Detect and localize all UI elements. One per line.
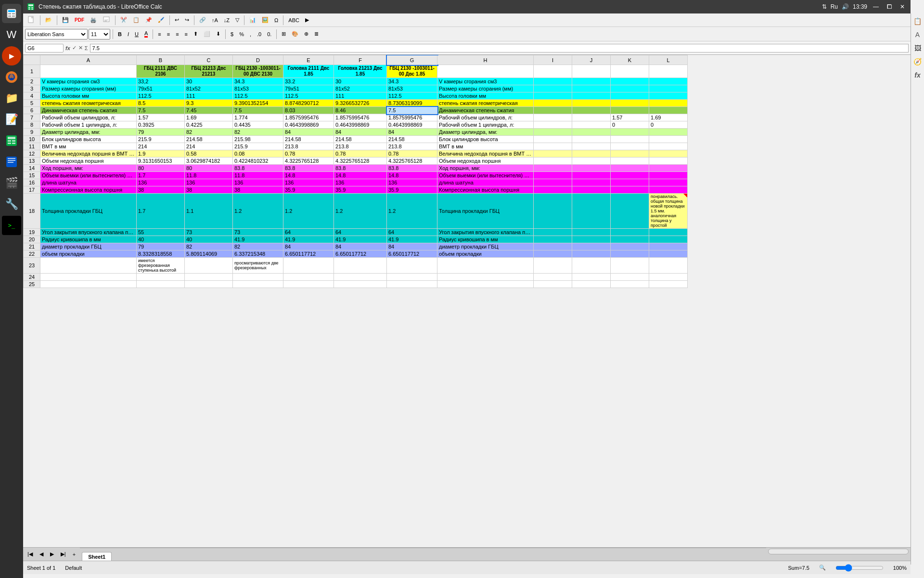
add-sheet-btn[interactable]: + bbox=[70, 550, 78, 559]
col-header-k[interactable]: K bbox=[611, 55, 649, 65]
cell-D15[interactable]: 11.8 bbox=[233, 172, 283, 179]
cell-B3[interactable]: 79x51 bbox=[137, 85, 185, 92]
cell-B17[interactable]: 38 bbox=[137, 186, 185, 194]
cell-K6[interactable] bbox=[611, 107, 649, 114]
cell-A20[interactable]: Радиус кривошипа в мм bbox=[40, 236, 137, 243]
cell-L6[interactable] bbox=[649, 107, 688, 114]
cell-F15[interactable]: 14.8 bbox=[334, 172, 387, 179]
col-header-l[interactable]: L bbox=[649, 55, 688, 65]
cell-I13[interactable] bbox=[534, 158, 572, 165]
cell-C17[interactable]: 38 bbox=[185, 186, 233, 194]
cell-A1[interactable] bbox=[40, 65, 137, 78]
cell-I18[interactable] bbox=[534, 194, 572, 229]
row-header-1[interactable]: 1 bbox=[24, 65, 40, 78]
percent-btn[interactable]: % bbox=[237, 30, 246, 39]
cell-I14[interactable] bbox=[534, 165, 572, 172]
cell-C19[interactable]: 73 bbox=[185, 229, 233, 236]
cell-A4[interactable]: Высота головки мм bbox=[40, 92, 137, 100]
redo-btn[interactable]: ↪ bbox=[182, 15, 192, 25]
cell-J10[interactable] bbox=[572, 136, 611, 143]
cell-J20[interactable] bbox=[572, 236, 611, 243]
col-header-e[interactable]: E bbox=[283, 55, 334, 65]
cell-G2[interactable]: 34.3 bbox=[387, 78, 437, 85]
cell-L22[interactable] bbox=[649, 250, 688, 258]
cell-K24[interactable] bbox=[611, 274, 649, 281]
cell-B2[interactable]: 33,2 bbox=[137, 78, 185, 85]
cell-K15[interactable] bbox=[611, 172, 649, 179]
cell-F3[interactable]: 81x52 bbox=[334, 85, 387, 92]
cell-G4[interactable]: 112.5 bbox=[387, 92, 437, 100]
cell-H22[interactable]: объем прокладки bbox=[437, 250, 534, 258]
cell-G7[interactable]: 1.8575995476 bbox=[387, 114, 437, 121]
cell-I11[interactable] bbox=[534, 143, 572, 150]
row-header-17[interactable]: 17 bbox=[24, 186, 40, 194]
cell-J3[interactable] bbox=[572, 85, 611, 92]
sidebar-calc-icon[interactable] bbox=[2, 4, 21, 23]
cell-J15[interactable] bbox=[572, 172, 611, 179]
cell-F17[interactable]: 35.9 bbox=[334, 186, 387, 194]
cell-J11[interactable] bbox=[572, 143, 611, 150]
cell-D24[interactable] bbox=[233, 274, 283, 281]
bold-btn[interactable]: B bbox=[116, 30, 124, 39]
row-header-21[interactable]: 21 bbox=[24, 243, 40, 250]
cell-K1[interactable] bbox=[611, 65, 649, 78]
restore-btn[interactable]: ⧠ bbox=[885, 3, 894, 10]
valign-center-btn[interactable]: ⬜ bbox=[201, 29, 213, 39]
cell-J16[interactable] bbox=[572, 179, 611, 186]
cell-A3[interactable]: Размер камеры сгорания (мм) bbox=[40, 85, 137, 92]
cell-D9[interactable]: 82 bbox=[233, 129, 283, 136]
macros-btn[interactable]: ▶ bbox=[303, 15, 311, 25]
cell-A8[interactable]: Рабочий объем 1 цилиндра, л: bbox=[40, 121, 137, 129]
row-header-12[interactable]: 12 bbox=[24, 150, 40, 158]
cell-G5[interactable]: 8.7306319099 bbox=[387, 100, 437, 107]
sidebar-firefox-icon[interactable] bbox=[2, 67, 21, 87]
hyperlink-btn[interactable]: 🔗 bbox=[197, 15, 208, 25]
row-header-23[interactable]: 23 bbox=[24, 258, 40, 274]
cell-G6[interactable]: 7.5 bbox=[387, 107, 437, 114]
cell-H13[interactable]: Объем недохода поршня bbox=[437, 158, 534, 165]
cell-H25[interactable] bbox=[437, 281, 534, 288]
cell-L9[interactable] bbox=[649, 129, 688, 136]
cell-G24[interactable] bbox=[387, 274, 437, 281]
format-paint-btn[interactable]: 🖌️ bbox=[155, 15, 167, 25]
save-btn[interactable]: 💾 bbox=[60, 15, 71, 25]
cell-E22[interactable]: 6.650117712 bbox=[283, 250, 334, 258]
cell-D17[interactable]: 38 bbox=[233, 186, 283, 194]
minimize-btn[interactable]: — bbox=[871, 3, 881, 10]
cell-B6[interactable]: 7.5 bbox=[137, 107, 185, 114]
cell-E15[interactable]: 14.8 bbox=[283, 172, 334, 179]
font-color-btn[interactable]: A bbox=[142, 29, 150, 39]
cell-H18[interactable]: Толщина прокладки ГБЦ bbox=[437, 194, 534, 229]
underline-btn[interactable]: U bbox=[132, 30, 141, 39]
paste-btn[interactable]: 📌 bbox=[143, 15, 154, 25]
cell-E5[interactable]: 8.8748290712 bbox=[283, 100, 334, 107]
cell-L12[interactable] bbox=[649, 150, 688, 158]
cell-I12[interactable] bbox=[534, 150, 572, 158]
cell-B20[interactable]: 40 bbox=[137, 236, 185, 243]
cell-J22[interactable] bbox=[572, 250, 611, 258]
cell-G17[interactable]: 35.9 bbox=[387, 186, 437, 194]
cell-B13[interactable]: 9.3131650153 bbox=[137, 158, 185, 165]
cell-K22[interactable] bbox=[611, 250, 649, 258]
cell-G15[interactable]: 14.8 bbox=[387, 172, 437, 179]
cell-E4[interactable]: 112.5 bbox=[283, 92, 334, 100]
checkmark-icon[interactable]: ✓ bbox=[72, 45, 77, 51]
row-header-2[interactable]: 2 bbox=[24, 78, 40, 85]
cell-J25[interactable] bbox=[572, 281, 611, 288]
navigator-icon[interactable]: 🧭 bbox=[912, 56, 924, 67]
sheet-area[interactable]: A B C D E F G H I J K L 1ГБЦ 21 bbox=[23, 55, 911, 547]
cell-F8[interactable]: 0.4643998869 bbox=[334, 121, 387, 129]
cell-H4[interactable]: Высота головки мм bbox=[437, 92, 534, 100]
cell-I10[interactable] bbox=[534, 136, 572, 143]
cell-F12[interactable]: 0.78 bbox=[334, 150, 387, 158]
row-header-3[interactable]: 3 bbox=[24, 85, 40, 92]
cell-F22[interactable]: 6.650117712 bbox=[334, 250, 387, 258]
cell-H8[interactable]: Рабочий объем 1 цилиндра, л: bbox=[437, 121, 534, 129]
formula-input[interactable] bbox=[90, 44, 909, 53]
cell-E21[interactable]: 84 bbox=[283, 243, 334, 250]
cell-B24[interactable] bbox=[137, 274, 185, 281]
cell-D22[interactable]: 6.337215348 bbox=[233, 250, 283, 258]
cell-A9[interactable]: Диаметр цилиндра, мм: bbox=[40, 129, 137, 136]
cell-A14[interactable]: Ход поршня, мм: bbox=[40, 165, 137, 172]
horizontal-scrollbar[interactable] bbox=[766, 548, 911, 554]
